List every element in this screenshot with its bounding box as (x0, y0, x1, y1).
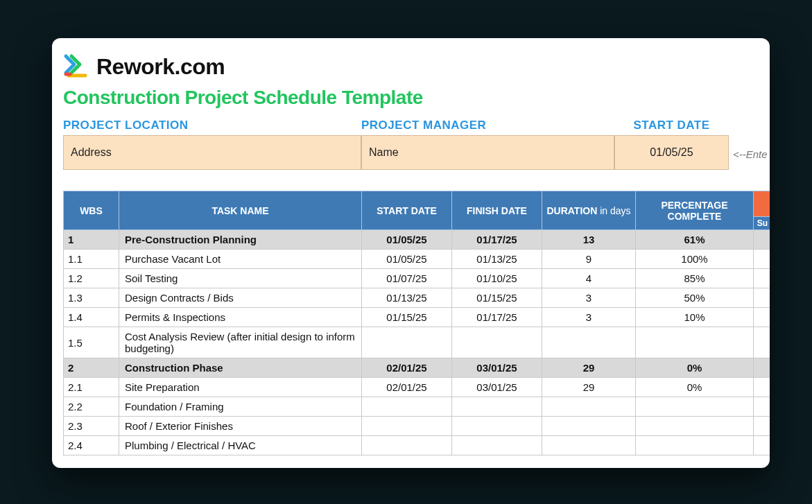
table-cell[interactable]: Pre-Construction Planning (119, 230, 362, 250)
table-cell[interactable] (542, 397, 636, 417)
table-cell[interactable]: Design Contracts / Bids (119, 288, 362, 308)
table-cell[interactable]: Roof / Exterior Finishes (119, 417, 362, 436)
gantt-cell[interactable] (754, 397, 770, 417)
table-cell[interactable] (362, 327, 452, 358)
table-cell[interactable]: 2.2 (64, 397, 119, 417)
table-cell[interactable] (362, 436, 452, 455)
table-cell[interactable]: 03/01/25 (452, 378, 542, 397)
manager-label: PROJECT MANAGER (361, 119, 614, 135)
table-cell[interactable]: 01/13/25 (362, 288, 452, 308)
table-cell[interactable] (452, 397, 542, 417)
table-cell[interactable] (542, 436, 636, 455)
table-row: 2Construction Phase02/01/2503/01/25290% (64, 358, 770, 378)
table-cell[interactable]: Cost Analysis Review (after initial desi… (119, 327, 362, 358)
startdate-input[interactable]: 01/05/25 (614, 135, 729, 170)
gantt-cell[interactable] (754, 288, 770, 308)
table-cell[interactable]: Foundation / Framing (119, 397, 362, 417)
table-cell[interactable]: 01/17/25 (452, 230, 542, 250)
table-cell[interactable]: 02/01/25 (362, 358, 452, 378)
startdate-label: START DATE (614, 119, 729, 135)
table-cell[interactable]: 01/05/25 (362, 230, 452, 250)
col-finish-text: FINISH DATE (467, 205, 527, 216)
table-cell[interactable]: Construction Phase (119, 358, 362, 378)
table-cell[interactable] (362, 417, 452, 436)
col-duration-sub: in days (597, 205, 630, 216)
table-cell[interactable]: 01/15/25 (452, 288, 542, 308)
gantt-cell[interactable] (754, 378, 770, 397)
table-cell[interactable] (452, 327, 542, 358)
table-row: 1Pre-Construction Planning01/05/2501/17/… (64, 230, 770, 250)
table-cell[interactable]: 61% (636, 230, 754, 250)
table-cell[interactable]: 3 (542, 288, 636, 308)
table-cell[interactable]: 01/13/25 (452, 250, 542, 269)
table-cell[interactable]: 0% (636, 358, 754, 378)
schedule-table: WBS TASK NAME START DATE FINISH DATE DUR… (63, 191, 770, 455)
gantt-cell[interactable] (754, 230, 770, 250)
brand-name: Rework.com (96, 54, 225, 80)
table-cell[interactable]: 01/10/25 (452, 269, 542, 288)
gantt-cell[interactable] (754, 308, 770, 327)
table-cell[interactable]: 2.1 (64, 378, 119, 397)
table-row: 1.3Design Contracts / Bids01/13/2501/15/… (64, 288, 770, 308)
table-cell[interactable]: 2 (64, 358, 119, 378)
table-cell[interactable]: Purchase Vacant Lot (119, 250, 362, 269)
manager-input[interactable]: Name (361, 135, 614, 170)
table-cell[interactable]: 29 (542, 358, 636, 378)
gantt-cell[interactable] (754, 436, 770, 455)
page-title: Construction Project Schedule Template (63, 87, 770, 109)
table-cell[interactable]: 1.3 (64, 288, 119, 308)
table-cell[interactable]: 29 (542, 378, 636, 397)
table-cell[interactable] (542, 417, 636, 436)
table-cell[interactable]: 10% (636, 308, 754, 327)
table-cell[interactable]: Site Preparation (119, 378, 362, 397)
table-cell[interactable]: 100% (636, 250, 754, 269)
project-info: PROJECT LOCATION Address PROJECT MANAGER… (63, 119, 770, 171)
table-cell[interactable]: 1.2 (64, 269, 119, 288)
table-cell[interactable]: 1.4 (64, 308, 119, 327)
table-cell[interactable]: 03/01/25 (452, 358, 542, 378)
table-cell[interactable]: Plumbing / Electrical / HVAC (119, 436, 362, 455)
table-cell[interactable]: Permits & Inspections (119, 308, 362, 327)
table-cell[interactable] (452, 417, 542, 436)
gantt-cell[interactable] (754, 327, 770, 358)
table-cell[interactable] (542, 327, 636, 358)
table-cell[interactable]: 01/05/25 (362, 250, 452, 269)
table-cell[interactable]: 1 (64, 230, 119, 250)
gantt-cell[interactable] (754, 250, 770, 269)
table-cell[interactable] (452, 436, 542, 455)
table-cell[interactable] (636, 436, 754, 455)
table-cell[interactable]: 85% (636, 269, 754, 288)
table-cell[interactable]: Soil Testing (119, 269, 362, 288)
col-start-text: START DATE (377, 205, 437, 216)
startdate-hint: <--Ente (729, 137, 770, 171)
table-cell[interactable] (636, 417, 754, 436)
table-cell[interactable]: 2.3 (64, 417, 119, 436)
gantt-cell[interactable] (754, 417, 770, 436)
table-cell[interactable]: 2.4 (64, 436, 119, 455)
table-cell[interactable]: 13 (542, 230, 636, 250)
table-cell[interactable]: 3 (542, 308, 636, 327)
table-cell[interactable] (636, 327, 754, 358)
table-cell[interactable]: 01/07/25 (362, 269, 452, 288)
table-cell[interactable]: 01/15/25 (362, 308, 452, 327)
table-cell[interactable] (362, 397, 452, 417)
table-cell[interactable]: 0% (636, 378, 754, 397)
table-row: 1.4Permits & Inspections01/15/2501/17/25… (64, 308, 770, 327)
table-cell[interactable]: 02/01/25 (362, 378, 452, 397)
brand: Rework.com (63, 53, 770, 80)
table-cell[interactable] (636, 397, 754, 417)
card-inner: Rework.com Construction Project Schedule… (52, 53, 770, 455)
table-cell[interactable]: 4 (542, 269, 636, 288)
table-cell[interactable]: 1.5 (64, 327, 119, 358)
col-task: TASK NAME (119, 191, 362, 230)
gantt-cell[interactable] (754, 269, 770, 288)
table-cell[interactable]: 1.1 (64, 250, 119, 269)
brand-logo-icon (63, 53, 89, 80)
schedule-table-wrap: WBS TASK NAME START DATE FINISH DATE DUR… (63, 191, 770, 455)
location-input[interactable]: Address (63, 135, 361, 170)
table-header: WBS TASK NAME START DATE FINISH DATE DUR… (64, 191, 770, 230)
table-cell[interactable]: 50% (636, 288, 754, 308)
table-cell[interactable]: 9 (542, 250, 636, 269)
gantt-cell[interactable] (754, 358, 770, 378)
table-cell[interactable]: 01/17/25 (452, 308, 542, 327)
